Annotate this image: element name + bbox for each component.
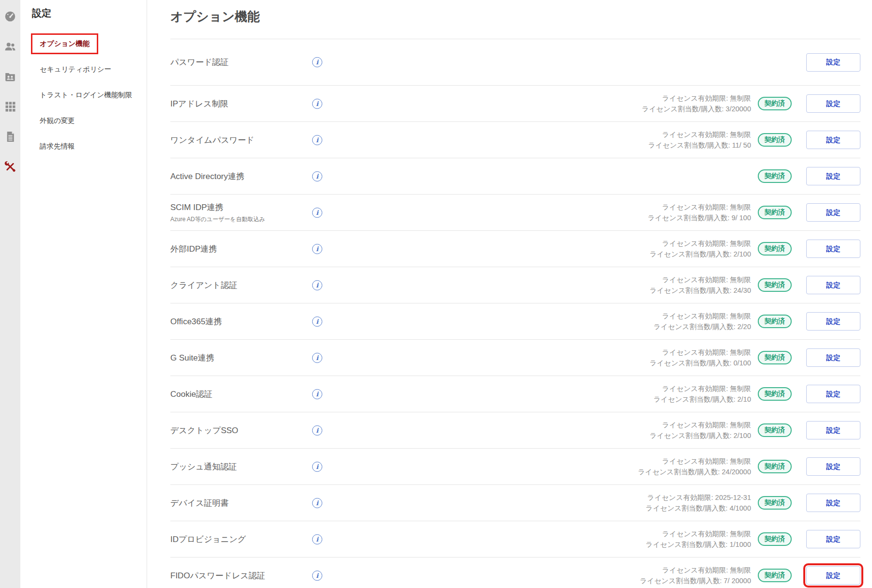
row-settings-button[interactable]: 設定	[806, 494, 860, 512]
sidebar-nav-item[interactable]: セキュリティポリシー	[20, 59, 147, 80]
feature-name-cell: Active Directory連携	[170, 171, 312, 182]
row-settings-button[interactable]: 設定	[806, 421, 860, 439]
row-settings-button[interactable]: 設定	[806, 312, 860, 331]
info-icon[interactable]	[312, 534, 322, 544]
info-icon[interactable]	[312, 353, 322, 363]
feature-name-cell: FIDOパスワードレス認証	[170, 570, 312, 581]
settings-button-cell: 設定	[806, 94, 860, 113]
license-expiry: ライセンス有効期限: 無制限	[331, 311, 751, 321]
sidebar-nav-item[interactable]: トラスト・ログイン機能制限	[20, 85, 147, 106]
license-info: ライセンス有効期限: 無制限 ライセンス割当数/購入数: 24/20000	[331, 456, 751, 477]
feature-name: パスワード認証	[170, 57, 312, 68]
row-settings-button[interactable]: 設定	[806, 530, 860, 548]
feature-row: FIDOパスワードレス認証 ライセンス有効期限: 無制限 ライセンス割当数/購入…	[170, 558, 860, 588]
feature-name: IPアドレス制限	[170, 98, 312, 109]
license-allocation: ライセンス割当数/購入数: 3/20000	[331, 104, 751, 114]
contracted-badge: 契約済	[758, 133, 792, 147]
row-settings-button[interactable]: 設定	[806, 566, 860, 585]
row-settings-button[interactable]: 設定	[806, 131, 860, 149]
info-icon[interactable]	[312, 317, 322, 327]
info-icon[interactable]	[312, 244, 322, 254]
feature-info-cell	[312, 135, 331, 145]
feature-name-cell: ワンタイムパスワード	[170, 135, 312, 146]
license-info: ライセンス有効期限: 無制限 ライセンス割当数/購入数: 1/1000	[331, 528, 751, 550]
license-info: ライセンス有効期限: 無制限 ライセンス割当数/購入数: 3/20000	[331, 93, 751, 114]
rail-item-dashboard[interactable]	[4, 10, 16, 23]
license-allocation: ライセンス割当数/購入数: 4/1000	[331, 503, 751, 513]
license-allocation: ライセンス割当数/購入数: 7/ 20000	[331, 575, 751, 586]
license-expiry: ライセンス有効期限: 無制限	[331, 274, 751, 285]
feature-row: IDプロビジョニング ライセンス有効期限: 無制限 ライセンス割当数/購入数: …	[170, 521, 860, 558]
feature-name: デバイス証明書	[170, 498, 312, 509]
feature-info-cell	[312, 280, 331, 290]
contract-badge-cell: 契約済	[758, 97, 798, 110]
contracted-badge: 契約済	[758, 351, 792, 364]
row-settings-button[interactable]: 設定	[806, 94, 860, 113]
feature-info-cell	[312, 425, 331, 436]
rail-item-organization[interactable]	[4, 70, 16, 83]
license-expiry: ライセンス有効期限: 無制限	[331, 347, 751, 358]
sidebar-nav-item[interactable]: オプション機能	[20, 33, 147, 54]
license-allocation: ライセンス割当数/購入数: 0/100	[331, 358, 751, 368]
info-icon[interactable]	[312, 135, 322, 145]
info-icon[interactable]	[312, 571, 322, 581]
row-settings-button[interactable]: 設定	[806, 348, 860, 367]
feature-name: 外部IDP連携	[170, 243, 312, 255]
rail-item-settings[interactable]	[4, 160, 16, 173]
info-icon[interactable]	[312, 57, 322, 67]
contracted-badge: 契約済	[758, 423, 792, 437]
contracted-badge: 契約済	[758, 532, 792, 546]
info-icon[interactable]	[312, 425, 322, 436]
row-settings-button[interactable]: 設定	[806, 240, 860, 258]
license-info: ライセンス有効期限: 無制限 ライセンス割当数/購入数: 7/ 20000	[331, 565, 751, 586]
license-allocation: ライセンス割当数/購入数: 2/100	[331, 249, 751, 259]
settings-nav: オプション機能 セキュリティポリシー トラスト・ログイン機能制限 外観の変更 請…	[20, 33, 147, 157]
sidebar-nav-label: 外観の変更	[31, 110, 84, 131]
license-allocation: ライセンス割当数/購入数: 2/20	[331, 321, 751, 332]
settings-button-cell: 設定	[806, 203, 860, 222]
info-icon[interactable]	[312, 280, 322, 290]
license-info: ライセンス有効期限: 無制限 ライセンス割当数/購入数: 24/30	[331, 274, 751, 296]
feature-info-cell	[312, 498, 331, 508]
feature-info-cell	[312, 462, 331, 472]
feature-name: Cookie認証	[170, 389, 312, 400]
row-settings-button[interactable]: 設定	[806, 53, 860, 72]
feature-info-cell	[312, 99, 331, 109]
license-info: ライセンス有効期限: 無制限 ライセンス割当数/購入数: 11/ 50	[331, 129, 751, 151]
feature-row: プッシュ通知認証 ライセンス有効期限: 無制限 ライセンス割当数/購入数: 24…	[170, 449, 860, 485]
rail-item-apps[interactable]	[4, 100, 16, 113]
row-settings-button[interactable]: 設定	[806, 203, 860, 222]
info-icon[interactable]	[312, 389, 322, 399]
sidebar-nav-item[interactable]: 請求先情報	[20, 136, 147, 157]
feature-info-cell	[312, 389, 331, 399]
feature-row: 外部IDP連携 ライセンス有効期限: 無制限 ライセンス割当数/購入数: 2/1…	[170, 231, 860, 267]
feature-name: Office365連携	[170, 316, 312, 327]
row-settings-button[interactable]: 設定	[806, 276, 860, 294]
license-info: ライセンス有効期限: 無制限 ライセンス割当数/購入数: 2/100	[331, 238, 751, 259]
license-expiry: ライセンス有効期限: 無制限	[331, 238, 751, 249]
license-expiry: ライセンス有効期限: 無制限	[331, 93, 751, 104]
sidebar-nav-item[interactable]: 外観の変更	[20, 110, 147, 131]
feature-info-cell	[312, 317, 331, 327]
rail-item-logs[interactable]	[4, 130, 16, 143]
contracted-badge: 契約済	[758, 460, 792, 473]
feature-name: IDプロビジョニング	[170, 534, 312, 545]
info-icon[interactable]	[312, 462, 322, 472]
feature-name-cell: 外部IDP連携	[170, 243, 312, 255]
feature-row: デバイス証明書 ライセンス有効期限: 2025-12-31 ライセンス割当数/購…	[170, 485, 860, 521]
feature-row: デスクトップSSO ライセンス有効期限: 無制限 ライセンス割当数/購入数: 2…	[170, 412, 860, 449]
row-settings-button[interactable]: 設定	[806, 167, 860, 185]
feature-name-cell: SCIM IDP連携 Azure AD等のユーザーを自動取込み	[170, 202, 312, 224]
license-info: ライセンス有効期限: 無制限 ライセンス割当数/購入数: 2/20	[331, 311, 751, 332]
feature-row: パスワード認証 設定	[170, 39, 860, 86]
row-settings-button[interactable]: 設定	[806, 457, 860, 476]
info-icon[interactable]	[312, 171, 322, 181]
feature-name: プッシュ通知認証	[170, 461, 312, 472]
info-icon[interactable]	[312, 99, 322, 109]
info-icon[interactable]	[312, 208, 322, 218]
info-icon[interactable]	[312, 498, 322, 508]
feature-row: クライアント認証 ライセンス有効期限: 無制限 ライセンス割当数/購入数: 24…	[170, 267, 860, 303]
rail-item-users[interactable]	[4, 40, 16, 53]
row-settings-button[interactable]: 設定	[806, 385, 860, 403]
feature-info-cell	[312, 571, 331, 581]
